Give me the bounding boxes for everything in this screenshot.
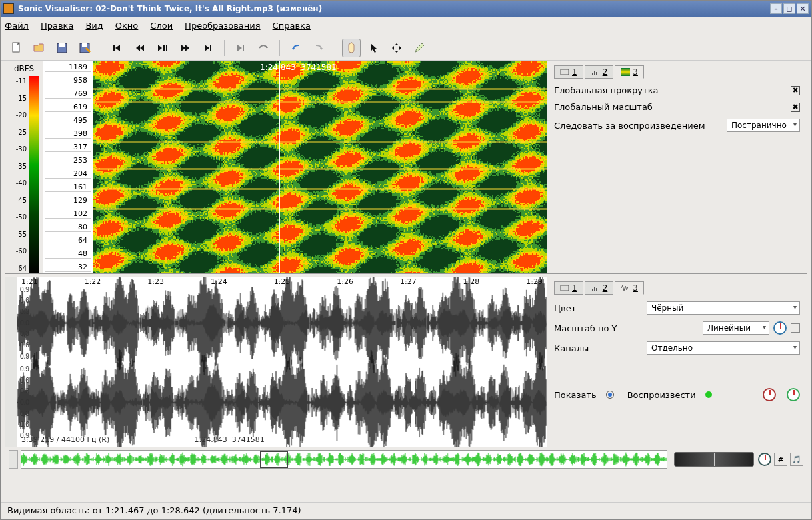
svg-rect-14 [561, 285, 569, 291]
menu-help[interactable]: Справка [273, 21, 311, 31]
waveform-pane[interactable]: 1:211:221:231:241:251:261:271:281:29 3:3… [17, 277, 547, 447]
play-label: Воспроизвести [627, 390, 696, 400]
open-file-button[interactable] [30, 39, 49, 57]
menu-window[interactable]: Окно [115, 21, 139, 31]
save-as-button[interactable] [75, 39, 94, 57]
svg-rect-16 [594, 287, 595, 291]
show-label: Показать [554, 390, 597, 400]
pointer-tool-button[interactable] [365, 39, 383, 57]
channels-select[interactable]: Отдельно [647, 341, 800, 355]
move-tool-button[interactable] [387, 39, 406, 57]
color-label: Цвет [554, 303, 647, 313]
close-button[interactable]: ✕ [797, 3, 809, 14]
wave-tab-2[interactable]: 2 [585, 281, 614, 295]
global-scroll-label: Глобальная прокрутка [554, 85, 791, 95]
dbfs-label: dBFS [5, 61, 43, 76]
svg-rect-9 [243, 45, 244, 51]
follow-playback-select[interactable]: Постранично [727, 119, 800, 132]
menu-view[interactable]: Вид [85, 21, 103, 31]
menu-edit[interactable]: Правка [41, 21, 73, 31]
dbfs-scale: dBFS -11-15-20-25-30-35-40-45-50-55-60-6… [5, 61, 43, 273]
svg-rect-6 [163, 45, 165, 51]
loop-button[interactable] [254, 39, 273, 57]
yscale-knob[interactable] [773, 321, 787, 335]
undo-button[interactable] [287, 39, 305, 57]
spectrogram-properties-panel: 1 2 3 Глобальная прокрутка ✖ Глобальный … [547, 61, 807, 273]
dbfs-gradient: -11-15-20-25-30-35-40-45-50-55-60-64 [29, 76, 39, 273]
follow-playback-label: Следовать за воспроизведением [554, 121, 727, 131]
menu-layer[interactable]: Слой [150, 21, 173, 31]
waveform-playhead [235, 277, 235, 447]
window-title: Sonic Visualiser: 02-Don't Think Twice, … [18, 4, 322, 13]
save-button[interactable] [53, 39, 71, 57]
minimize-button[interactable]: – [770, 3, 782, 14]
spec-tab-1[interactable]: 1 [554, 65, 583, 79]
waveform-scrollbar[interactable] [5, 277, 17, 447]
svg-rect-15 [592, 289, 593, 291]
spectrogram-pane[interactable]: 1:24.843 3741581 [93, 61, 547, 273]
color-select[interactable]: Чёрный [647, 301, 800, 315]
forward-button[interactable] [176, 39, 195, 57]
svg-rect-2 [59, 43, 65, 47]
record-button[interactable] [231, 39, 250, 57]
status-text: Видимая область: от 1:21.467 до 1:28.642… [7, 505, 301, 515]
overview-pan-handle[interactable] [9, 450, 18, 469]
hand-tool-button[interactable] [342, 39, 361, 57]
yscale-label: Масштаб по Y [554, 323, 703, 333]
channels-label: Каналы [554, 343, 647, 353]
rewind-button[interactable] [131, 39, 149, 57]
waveform-info-left: 3:39.219 / 44100 Гц (R) [21, 435, 109, 444]
playback-fader[interactable] [674, 452, 754, 467]
yscale-lock-checkbox[interactable] [791, 323, 800, 333]
gain-knob[interactable] [763, 388, 776, 401]
wave-tab-3[interactable]: 3 [615, 281, 644, 295]
playhead-line [279, 61, 280, 273]
play-led[interactable] [705, 391, 712, 398]
menu-file[interactable]: Файл [5, 21, 29, 31]
global-scroll-checkbox[interactable]: ✖ [791, 86, 800, 95]
waveform-properties-panel: 1 2 3 Цвет Чёрный Масштаб по Y Линейный … [547, 277, 807, 447]
menu-transform[interactable]: Преобразования [185, 21, 260, 31]
frequency-scale: 1189958769619495398317253204161129102806… [43, 61, 93, 273]
show-radio[interactable] [606, 391, 614, 399]
svg-rect-11 [592, 73, 593, 75]
svg-rect-17 [596, 288, 597, 291]
redo-button[interactable] [309, 39, 328, 57]
spec-tab-3[interactable]: 3 [615, 65, 644, 79]
svg-rect-4 [82, 43, 87, 47]
key-button[interactable]: 🎵 [790, 453, 803, 466]
hash-button[interactable]: # [774, 453, 787, 466]
menu-bar: Файл Правка Вид Окно Слой Преобразования… [1, 17, 811, 35]
overview-pane[interactable] [21, 450, 667, 469]
svg-rect-7 [166, 45, 167, 51]
waveform-info-center: 1:24.843 3741581 [195, 435, 265, 444]
waveform-time-ruler: 1:211:221:231:241:251:261:271:281:29 [17, 277, 547, 289]
overview-window[interactable] [260, 451, 288, 468]
maximize-button[interactable]: ◻ [783, 3, 795, 14]
toolbar [1, 35, 811, 61]
svg-rect-8 [210, 45, 211, 51]
playback-speed-knob[interactable] [758, 453, 771, 466]
yscale-select[interactable]: Линейный [703, 321, 769, 335]
spec-tab-2[interactable]: 2 [585, 65, 614, 79]
app-icon [3, 3, 14, 14]
wave-tab-1[interactable]: 1 [554, 281, 583, 295]
global-zoom-label: Глобальный масштаб [554, 102, 791, 112]
pan-knob[interactable] [787, 388, 800, 401]
skip-end-button[interactable] [199, 39, 217, 57]
skip-start-button[interactable] [108, 39, 127, 57]
status-bar: Видимая область: от 1:21.467 до 1:28.642… [1, 502, 811, 519]
pencil-tool-button[interactable] [410, 39, 429, 57]
title-bar: Sonic Visualiser: 02-Don't Think Twice, … [1, 1, 811, 17]
svg-rect-13 [596, 72, 597, 75]
new-file-button[interactable] [7, 39, 26, 57]
global-zoom-checkbox[interactable]: ✖ [791, 103, 800, 112]
svg-rect-5 [113, 45, 115, 51]
svg-rect-10 [561, 69, 569, 75]
spectrogram-time-overlay: 1:24.843 3741581 [260, 63, 337, 72]
play-pause-button[interactable] [153, 39, 172, 57]
svg-rect-12 [594, 71, 595, 75]
